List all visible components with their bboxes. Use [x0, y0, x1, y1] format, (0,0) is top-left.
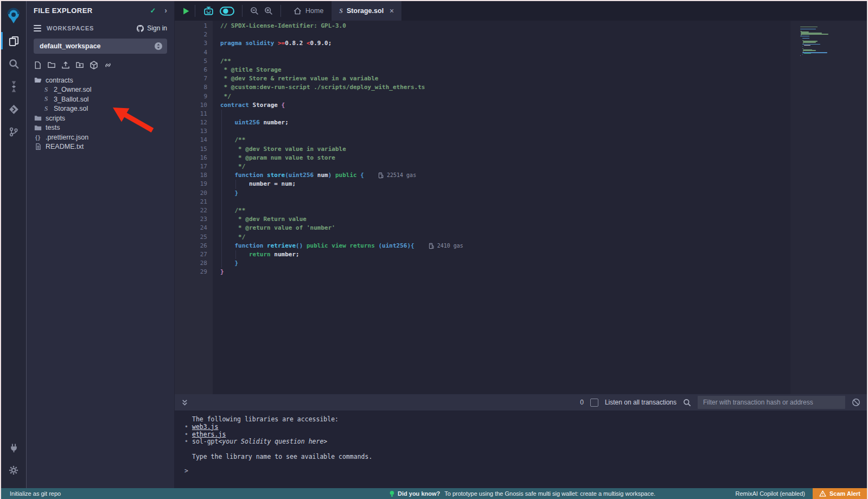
transaction-filter-input[interactable] — [698, 396, 845, 409]
new-file-icon[interactable] — [34, 61, 42, 70]
line-number: 11 — [175, 110, 213, 118]
new-folder-icon[interactable] — [47, 61, 56, 70]
panel-title: FILE EXPLORER — [34, 7, 150, 15]
code-line-3: pragma solidity >=0.8.2 <0.9.0; — [220, 39, 790, 48]
line-number-gutter: 1234567891011121314151617181920212223242… — [175, 21, 213, 394]
listen-all-checkbox[interactable] — [590, 399, 598, 407]
activity-plugin-manager-icon[interactable] — [1, 436, 26, 459]
activity-solidity-compiler-icon[interactable] — [1, 75, 26, 98]
line-number: 10 — [175, 101, 213, 110]
json-file-icon: {} — [34, 134, 42, 141]
link-icon[interactable] — [104, 61, 112, 70]
solidity-file-icon: S — [42, 105, 50, 113]
tree-item-scripts[interactable]: scripts — [27, 113, 174, 123]
gas-estimate-label: 2410 gas — [437, 242, 463, 250]
run-script-button[interactable] — [182, 7, 190, 15]
tree-item-contracts[interactable]: contracts — [27, 75, 174, 85]
gas-estimate-badge[interactable]: 22514 gas — [378, 171, 416, 180]
tree-item--prettierrc-json[interactable]: {}.prettierrc.json — [27, 132, 174, 142]
terminal-search-icon[interactable] — [683, 399, 691, 407]
code-line-14: /** — [220, 136, 790, 144]
line-number: 3 — [175, 39, 213, 48]
line-number: 25 — [175, 233, 213, 242]
home-icon — [293, 7, 302, 15]
scam-alert-badge[interactable]: Scam Alert — [813, 488, 867, 499]
tree-item-3-ballot-sol[interactable]: S3_Ballot.sol — [27, 94, 174, 104]
tree-item-tests[interactable]: tests — [27, 123, 174, 133]
code-line-22: /** — [220, 206, 790, 215]
terminal-prompt[interactable]: > — [184, 468, 188, 475]
workspace-name: default_workspace — [40, 42, 101, 50]
zoom-out-icon[interactable] — [250, 7, 259, 15]
activity-bar — [1, 1, 26, 488]
line-number: 28 — [175, 259, 213, 268]
code-line-15: * @dev Store value in variable — [220, 145, 790, 154]
folder-open-icon — [34, 77, 42, 84]
line-number: 19 — [175, 180, 213, 188]
solidity-icon: S — [339, 7, 343, 15]
tab-home[interactable]: Home — [286, 1, 331, 21]
sign-in-button[interactable]: Sign in — [136, 24, 167, 33]
workspace-select[interactable]: default_workspace — [34, 39, 167, 54]
activity-file-explorer-icon[interactable] — [1, 29, 26, 52]
workspaces-label: WORKSPACES — [47, 25, 94, 31]
terminal-link-ethers-js[interactable]: ethers.js — [192, 431, 226, 439]
code-line-4 — [220, 48, 790, 57]
code-line-23: * @dev Return value — [220, 215, 790, 224]
close-tab-icon[interactable]: × — [390, 7, 394, 15]
line-number: 29 — [175, 268, 213, 276]
tree-item-readme-txt[interactable]: README.txt — [27, 142, 174, 152]
cube-icon[interactable] — [90, 61, 98, 70]
upload-folder-icon[interactable] — [75, 61, 84, 70]
circle-slash-icon[interactable] — [852, 398, 860, 407]
tree-item-label: contracts — [46, 77, 73, 84]
workspaces-row: WORKSPACES Sign in — [27, 22, 174, 35]
collapse-chevron-icon[interactable]: › — [164, 6, 167, 15]
upload-file-icon[interactable] — [61, 61, 70, 70]
editor-toolbar: Home S Storage.sol × — [175, 1, 867, 21]
tab-storage-sol[interactable]: S Storage.sol × — [331, 1, 401, 21]
copilot-status[interactable]: RemixAI Copilot (enabled) — [736, 490, 805, 497]
editor-region: Home S Storage.sol × 1234567891011121314… — [175, 1, 867, 488]
line-number: 22 — [175, 206, 213, 215]
minimap[interactable] — [790, 21, 867, 394]
line-number: 15 — [175, 145, 213, 154]
line-number: 18 — [175, 171, 213, 180]
gas-estimate-badge[interactable]: 2410 gas — [429, 242, 463, 250]
line-number: 13 — [175, 127, 213, 136]
gas-estimate-label: 22514 gas — [387, 171, 416, 180]
activity-git-icon[interactable] — [1, 121, 26, 143]
terminal-line: •sol-gpt <your Solidity question here> — [184, 438, 867, 446]
copilot-toggle[interactable] — [220, 7, 234, 16]
code-line-11 — [220, 110, 790, 118]
activity-remix-logo-icon[interactable] — [1, 2, 26, 29]
terminal-line: The following libraries are accessible: — [184, 416, 867, 424]
solidity-file-icon: S — [42, 95, 50, 103]
terminal-link-web3-js[interactable]: web3.js — [192, 424, 218, 431]
code-line-2 — [220, 30, 790, 39]
line-number: 7 — [175, 74, 213, 83]
warning-icon — [819, 490, 826, 497]
file-actions-toolbar — [34, 61, 167, 70]
line-number: 26 — [175, 242, 213, 250]
tree-item-2-owner-sol[interactable]: S2_Owner.sol — [27, 85, 174, 95]
transaction-count-badge: 0 — [580, 399, 584, 406]
panel-header: FILE EXPLORER ✓ › — [27, 1, 174, 20]
code-editor[interactable]: 1234567891011121314151617181920212223242… — [175, 21, 867, 394]
terminal-collapse-icon[interactable] — [181, 399, 188, 406]
activity-deploy-and-run-icon[interactable] — [1, 98, 26, 121]
git-init-status[interactable]: Initialize as git repo — [10, 490, 61, 497]
code-line-29: } — [220, 268, 790, 276]
listen-all-label: Listen on all transactions — [605, 399, 676, 406]
hamburger-menu-icon[interactable] — [34, 25, 41, 31]
zoom-in-icon[interactable] — [264, 7, 273, 15]
remixai-robot-icon[interactable] — [203, 6, 214, 16]
line-number: 9 — [175, 92, 213, 101]
line-number: 4 — [175, 48, 213, 57]
activity-search-icon[interactable] — [1, 52, 26, 75]
activity-settings-icon[interactable] — [1, 459, 26, 482]
scam-alert-label: Scam Alert — [829, 490, 860, 497]
tree-item-storage-sol[interactable]: SStorage.sol — [27, 104, 174, 114]
line-number: 14 — [175, 136, 213, 144]
terminal-header: 0 Listen on all transactions — [175, 394, 867, 410]
